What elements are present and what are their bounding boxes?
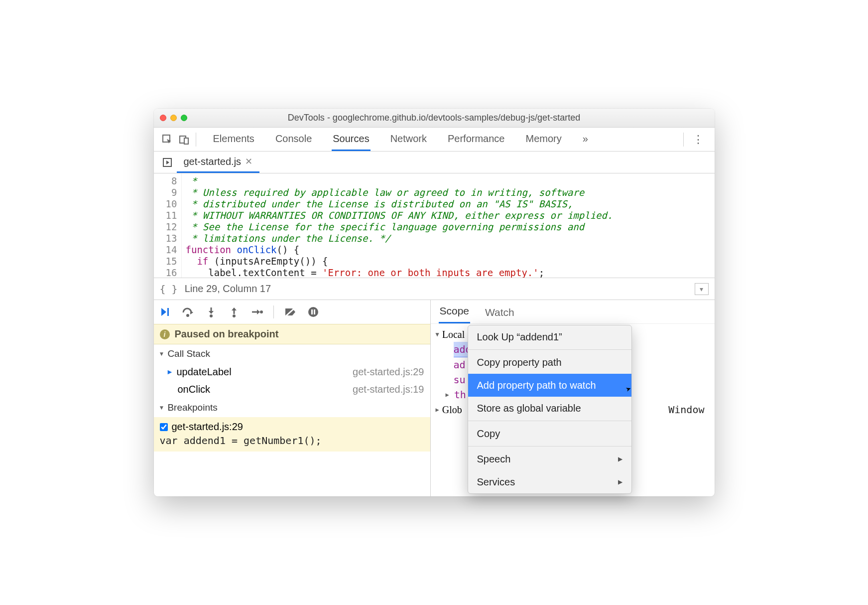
code-content: * * Unless required by applicable law or… — [182, 173, 613, 278]
context-menu-item[interactable]: Look Up “addend1” — [468, 325, 631, 348]
file-tab-get-started[interactable]: get-started.js ✕ — [177, 151, 260, 173]
svg-rect-2 — [184, 138, 188, 144]
debugger-panels: i Paused on breakpoint ▼ Call Stack upda… — [154, 300, 715, 496]
scope-global-value: Window — [668, 402, 709, 417]
call-stack-list: updateLabel get-started.js:29 onClick ge… — [154, 363, 430, 398]
svg-point-5 — [186, 314, 189, 317]
tab-memory[interactable]: Memory — [525, 128, 563, 151]
context-menu-item[interactable]: Add property path to watch — [468, 374, 631, 397]
step-into-icon[interactable] — [205, 305, 218, 318]
frame-location: get-started.js:29 — [353, 366, 424, 378]
tab-performance[interactable]: Performance — [447, 128, 506, 151]
editor-statusbar: { } Line 29, Column 17 ▾ — [154, 278, 715, 300]
close-window-button[interactable] — [160, 115, 166, 121]
pretty-print-icon[interactable]: { } — [160, 283, 178, 295]
call-stack-frame[interactable]: onClick get-started.js:19 — [154, 381, 430, 398]
tab-console[interactable]: Console — [274, 128, 313, 151]
close-tab-icon[interactable]: ✕ — [245, 156, 252, 167]
svg-point-10 — [308, 307, 318, 317]
pause-on-exceptions-icon[interactable] — [307, 305, 320, 318]
breakpoints-header[interactable]: ▼ Breakpoints — [154, 398, 430, 417]
menu-item-label: Speech — [477, 452, 511, 466]
breakpoint-checkbox[interactable] — [160, 423, 168, 431]
step-over-icon[interactable] — [182, 305, 195, 318]
step-out-icon[interactable] — [228, 305, 241, 318]
zoom-window-button[interactable] — [181, 115, 187, 121]
device-toolbar-icon[interactable] — [176, 131, 193, 148]
variable-name: th — [454, 387, 466, 402]
breakpoints-list: get-started.js:29 var addend1 = getNumbe… — [154, 417, 430, 452]
frame-function: onClick — [178, 384, 211, 395]
info-icon: i — [160, 329, 170, 339]
deactivate-breakpoints-icon[interactable] — [284, 305, 297, 318]
svg-rect-12 — [314, 309, 315, 314]
breakpoint-item[interactable]: get-started.js:29 var addend1 = getNumbe… — [154, 417, 430, 452]
disclosure-triangle-icon: ▼ — [159, 350, 165, 357]
context-menu-item[interactable]: Copy property path — [468, 351, 631, 374]
context-menu-item[interactable]: Store as global variable — [468, 397, 631, 420]
menu-separator — [468, 349, 631, 350]
paused-banner: i Paused on breakpoint — [154, 324, 430, 344]
call-stack-title: Call Stack — [167, 348, 210, 359]
debug-controls — [154, 300, 430, 324]
scope-global-label: Glob — [442, 402, 462, 417]
titlebar: DevTools - googlechrome.github.io/devtoo… — [154, 109, 715, 128]
inspect-element-icon[interactable] — [159, 131, 176, 148]
frame-function: updateLabel — [177, 366, 232, 377]
panel-tabs: Elements Console Sources Network Perform… — [212, 128, 589, 151]
scope-watch-tabs: Scope Watch — [431, 300, 715, 324]
disclosure-triangle-icon: ▶ — [446, 387, 449, 402]
code-editor[interactable]: 8910111213141516 * * Unless required by … — [154, 173, 715, 278]
toolbar-divider — [683, 133, 684, 147]
menu-separator — [468, 446, 631, 447]
line-gutter: 8910111213141516 — [154, 173, 182, 278]
menu-item-label: Add property path to watch — [477, 378, 596, 393]
scope-local-label: Local — [442, 327, 465, 342]
step-icon[interactable] — [250, 305, 263, 318]
menu-item-label: Look Up “addend1” — [477, 329, 562, 344]
call-stack-header[interactable]: ▼ Call Stack — [154, 344, 430, 363]
disclosure-triangle-icon: ▼ — [436, 327, 439, 342]
minimize-window-button[interactable] — [170, 115, 177, 121]
settings-menu-icon[interactable]: ⋮ — [687, 133, 710, 146]
menu-item-label: Store as global variable — [477, 401, 581, 416]
window-title: DevTools - googlechrome.github.io/devtoo… — [154, 113, 715, 123]
file-tab-bar: get-started.js ✕ — [154, 151, 715, 173]
tab-sources[interactable]: Sources — [332, 128, 370, 151]
window-controls — [160, 115, 187, 121]
paused-label: Paused on breakpoint — [175, 328, 279, 340]
file-tab-label: get-started.js — [184, 156, 242, 167]
menu-item-label: Services — [477, 474, 515, 489]
tabs-overflow[interactable]: » — [582, 128, 589, 151]
cursor-position: Line 29, Column 17 — [185, 283, 271, 295]
svg-rect-11 — [311, 309, 313, 314]
scope-tree: ▼ Local addend1 ad su ▶th ▶ Glob Window … — [431, 324, 715, 420]
context-menu-item[interactable]: Services — [468, 470, 631, 493]
controls-divider — [273, 305, 274, 318]
menu-item-label: Copy — [477, 426, 500, 441]
breakpoint-label: get-started.js:29 — [172, 421, 243, 433]
call-stack-frame[interactable]: updateLabel get-started.js:29 — [154, 363, 430, 381]
svg-point-6 — [210, 314, 213, 317]
devtools-window: DevTools - googlechrome.github.io/devtoo… — [154, 109, 715, 496]
right-debug-panel: Scope Watch ▼ Local addend1 ad su ▶th ▶ … — [431, 300, 715, 496]
left-debug-panel: i Paused on breakpoint ▼ Call Stack upda… — [154, 300, 431, 496]
disclosure-triangle-icon: ▶ — [436, 402, 439, 417]
breakpoints-title: Breakpoints — [167, 402, 217, 413]
tab-network[interactable]: Network — [389, 128, 428, 151]
statusbar-dropdown-icon[interactable]: ▾ — [695, 283, 709, 295]
show-navigator-icon[interactable] — [158, 151, 177, 173]
menu-separator — [468, 421, 631, 421]
frame-location: get-started.js:19 — [353, 384, 424, 395]
main-toolbar: Elements Console Sources Network Perform… — [154, 128, 715, 151]
tab-scope[interactable]: Scope — [439, 300, 471, 323]
context-menu-item[interactable]: Speech — [468, 448, 631, 470]
tab-watch[interactable]: Watch — [484, 302, 515, 323]
tab-elements[interactable]: Elements — [212, 128, 255, 151]
breakpoint-code: var addend1 = getNumber1(); — [160, 435, 424, 447]
variable-name: ad — [454, 357, 466, 372]
resume-icon[interactable] — [159, 305, 172, 318]
context-menu: Look Up “addend1” Copy property path Add… — [468, 325, 632, 494]
svg-point-7 — [233, 314, 236, 317]
context-menu-item[interactable]: Copy — [468, 422, 631, 445]
